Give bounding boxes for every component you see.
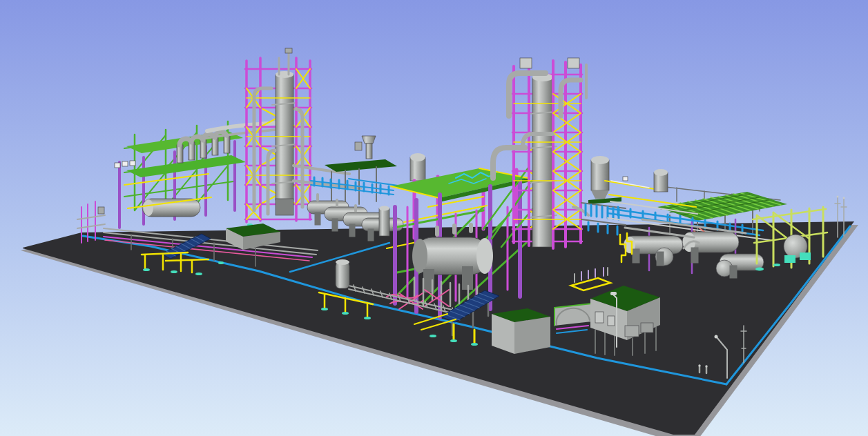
stack-box bbox=[355, 142, 362, 150]
duct-cap bbox=[336, 259, 349, 265]
lamp-head bbox=[715, 335, 718, 339]
column-shell[interactable] bbox=[532, 77, 553, 247]
wall-vent bbox=[608, 316, 615, 326]
plant-3d-scene[interactable] bbox=[0, 0, 868, 436]
drum-head-west bbox=[412, 239, 427, 273]
model-viewport[interactable] bbox=[0, 0, 868, 436]
top-plate-west bbox=[520, 58, 532, 68]
exchanger-tube-bank-part bbox=[224, 135, 230, 153]
exchanger-tube-bank-part bbox=[177, 145, 183, 163]
duct-column bbox=[336, 262, 349, 288]
flare-stack bbox=[366, 143, 372, 159]
fitting-cap bbox=[705, 365, 707, 367]
gray-warehouse-box[interactable] bbox=[492, 308, 550, 354]
top-davit bbox=[285, 48, 292, 53]
foundation-pad bbox=[773, 264, 780, 266]
drum-head-east bbox=[476, 238, 493, 274]
foundation-pad bbox=[321, 308, 328, 310]
rack-box bbox=[98, 207, 104, 214]
column-shell[interactable] bbox=[276, 75, 293, 200]
wall-vent bbox=[595, 312, 604, 323]
exchanger-tube-bank-part bbox=[189, 142, 195, 160]
exchanger-tube-bank-part bbox=[200, 140, 206, 158]
foundation-pad bbox=[171, 270, 177, 273]
foundation-pad bbox=[342, 312, 349, 315]
antenna-tip bbox=[843, 197, 845, 199]
drum-dome bbox=[654, 169, 668, 176]
foundation-pad bbox=[450, 339, 457, 342]
small-drum-top bbox=[379, 206, 389, 211]
drum-dome bbox=[410, 153, 425, 161]
foundation-pad bbox=[755, 268, 764, 271]
mint-foundation bbox=[800, 252, 811, 260]
small-vertical-drum[interactable] bbox=[379, 208, 389, 236]
foundation-pad bbox=[218, 261, 224, 264]
foundation-pad bbox=[471, 343, 478, 346]
fitting-cap bbox=[698, 364, 700, 366]
top-plate-east bbox=[568, 58, 579, 68]
exchanger-tube-bank-part bbox=[212, 137, 218, 155]
vessel-dome bbox=[591, 156, 609, 164]
column-skirt bbox=[276, 199, 293, 215]
junction-box bbox=[115, 163, 120, 168]
vessel-shell[interactable] bbox=[591, 160, 609, 190]
junction-box bbox=[623, 177, 628, 181]
foundation-pad bbox=[364, 317, 371, 319]
vessel-head bbox=[144, 199, 153, 216]
small-box bbox=[625, 326, 639, 337]
foundation-pad bbox=[430, 335, 436, 337]
small-box bbox=[641, 323, 653, 333]
antenna-tip bbox=[837, 196, 839, 198]
junction-box bbox=[130, 161, 135, 166]
mint-foundation bbox=[784, 255, 795, 263]
foundation-pad bbox=[143, 268, 150, 271]
street-lamp-head bbox=[610, 292, 617, 295]
junction-box bbox=[122, 161, 128, 166]
foundation-pad bbox=[195, 272, 202, 275]
